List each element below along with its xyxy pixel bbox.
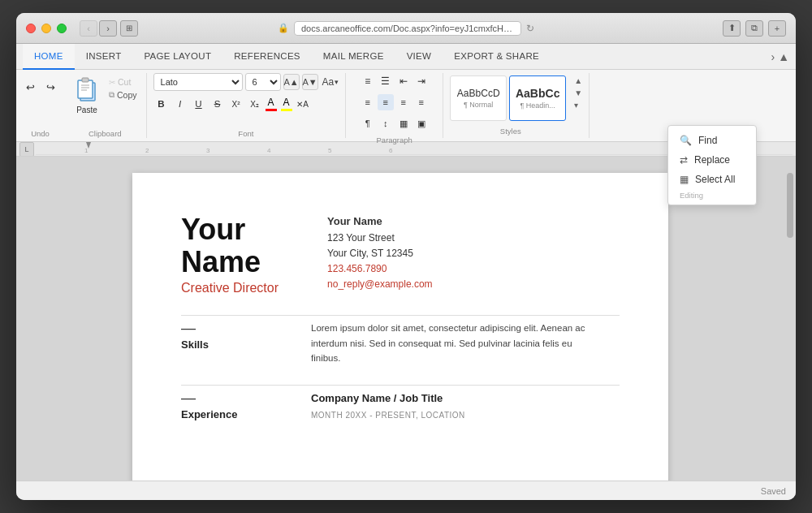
tab-references[interactable]: REFERENCES xyxy=(222,44,312,70)
app-window: ‹ › ⊞ 🔒 docs.arcaneoffice.com/Doc.aspx?i… xyxy=(16,13,796,500)
underline-button[interactable]: U xyxy=(191,96,207,112)
cut-button[interactable]: ✂ Cut xyxy=(106,76,140,88)
style-normal[interactable]: AaBbCcD ¶ Normal xyxy=(450,75,507,121)
subscript-button[interactable]: X₂ xyxy=(247,96,263,112)
styles-group: AaBbCcD ¶ Normal AaBbCc ¶ Headin... Styl… xyxy=(443,73,590,138)
para-row3: ¶ ↕ ▦ ▣ xyxy=(360,115,430,131)
bullet-list-button[interactable]: ≡ xyxy=(360,73,376,89)
font-color-button[interactable]: A xyxy=(266,97,277,111)
align-justify-button[interactable]: ≡ xyxy=(413,94,430,110)
font-family-select[interactable]: Lato xyxy=(153,73,243,91)
style-normal-label: ¶ Normal xyxy=(464,101,493,109)
minimize-button[interactable] xyxy=(41,24,51,33)
fullscreen-button[interactable]: ⧉ xyxy=(745,20,763,37)
undo-row: ↩ ↪ xyxy=(21,78,59,96)
borders-button[interactable]: ▣ xyxy=(413,115,430,131)
maximize-button[interactable] xyxy=(57,24,67,33)
clipboard-group: Paste ✂ Cut ⧉ Copy Clipboard xyxy=(64,73,147,138)
titlebar-center: 🔒 docs.arcaneoffice.com/Doc.aspx?info=ey… xyxy=(278,21,534,36)
share-button[interactable]: ⬆ xyxy=(723,20,741,37)
tab-page-layout[interactable]: PAGE LAYOUT xyxy=(132,44,222,70)
ruler-toggle[interactable]: L xyxy=(19,142,34,157)
line-spacing-button[interactable]: ↕ xyxy=(378,115,394,131)
undo-section: ↩ ↪ Undo xyxy=(16,73,64,138)
clear-format-button[interactable]: ✕A xyxy=(295,96,311,112)
indent-button[interactable]: ⇥ xyxy=(413,73,430,89)
outdent-button[interactable]: ⇤ xyxy=(395,73,412,89)
italic-button[interactable]: I xyxy=(172,96,188,112)
close-button[interactable] xyxy=(26,24,36,33)
scrollbar[interactable] xyxy=(784,157,796,481)
back-button[interactable]: ‹ xyxy=(80,20,97,37)
new-tab-button[interactable]: + xyxy=(768,20,786,37)
font-row1: Lato 6 A▲ A▼ Aa ▾ xyxy=(153,73,339,91)
tab-insert[interactable]: INSERT xyxy=(75,44,133,70)
tab-home[interactable]: HOME xyxy=(23,44,75,70)
style-heading[interactable]: AaBbCc ¶ Headin... xyxy=(509,75,566,121)
para-row1: ≡ ☰ ⇤ ⇥ xyxy=(360,73,430,89)
forward-button[interactable]: › xyxy=(99,20,117,37)
strikethrough-button[interactable]: S xyxy=(209,96,226,112)
align-center-button[interactable]: ≡ xyxy=(378,94,394,110)
font-label: Font xyxy=(238,127,253,138)
align-right-button[interactable]: ≡ xyxy=(395,94,412,110)
ribbon-content: ↩ ↪ Undo xyxy=(16,70,796,141)
tab-view[interactable]: VIEW xyxy=(395,44,443,70)
titlebar-right: ⬆ ⧉ + xyxy=(723,20,786,37)
font-increase-button[interactable]: A▲ xyxy=(283,74,300,90)
name-line2: Name xyxy=(181,246,279,278)
styles-scroll: ▲ ▼ ▾ xyxy=(574,73,582,110)
style-heading-label: ¶ Headin... xyxy=(520,101,555,110)
bold-button[interactable]: B xyxy=(153,96,170,112)
contact-phone: 123.456.7890 xyxy=(327,261,433,277)
select-all-button[interactable]: ▦ Select All xyxy=(672,170,753,189)
ribbon-collapse-button[interactable]: ▲ xyxy=(778,50,789,63)
tab-mail-merge[interactable]: MAIL MERGE xyxy=(312,44,395,70)
styles-scroll-down[interactable]: ▼ xyxy=(574,88,582,97)
traffic-lights xyxy=(26,24,67,33)
job-title: Creative Director xyxy=(181,281,279,295)
replace-icon: ⇄ xyxy=(680,154,688,166)
styles-expand[interactable]: ▾ xyxy=(574,101,582,110)
copy-label: Copy xyxy=(117,90,137,100)
paragraph-group: ≡ ☰ ⇤ ⇥ ≡ ≡ ≡ ≡ ¶ ↕ ▦ ▣ xyxy=(346,73,443,138)
copy-button[interactable]: ⧉ Copy xyxy=(106,89,140,101)
align-left-button[interactable]: ≡ xyxy=(360,94,376,110)
highlight-color-button[interactable]: A xyxy=(281,97,292,111)
editing-popup: 🔍 Find ⇄ Replace ▦ Select All Editing xyxy=(667,125,757,205)
svg-text:3: 3 xyxy=(206,147,210,154)
style-normal-preview: AaBbCcD xyxy=(457,88,500,99)
shading-button[interactable]: ▦ xyxy=(395,115,412,131)
experience-right: Company Name / Job Title MONTH 20XX - PR… xyxy=(311,390,465,422)
font-group: Lato 6 A▲ A▼ Aa ▾ B I U S X² xyxy=(147,73,347,138)
redo-button[interactable]: ↪ xyxy=(41,78,59,96)
find-button[interactable]: 🔍 Find xyxy=(672,131,753,150)
url-bar[interactable]: docs.arcaneoffice.com/Doc.aspx?info=eyJ1… xyxy=(294,21,521,36)
font-case-button[interactable]: Aa ▾ xyxy=(322,76,339,88)
select-all-icon: ▦ xyxy=(680,174,689,185)
experience-left: — Experience xyxy=(181,390,262,422)
replace-button[interactable]: ⇄ Replace xyxy=(672,150,753,170)
paste-icon xyxy=(74,75,100,106)
numbered-list-button[interactable]: ☰ xyxy=(378,73,394,89)
styles-scroll-up[interactable]: ▲ xyxy=(574,76,582,85)
name-line1: Your xyxy=(181,213,279,246)
clipboard-label: Clipboard xyxy=(89,127,122,138)
window-view-button[interactable]: ⊞ xyxy=(120,20,138,37)
experience-section: — Experience Company Name / Job Title MO… xyxy=(181,385,620,422)
scrollbar-thumb[interactable] xyxy=(787,173,793,238)
undo-button[interactable]: ↩ xyxy=(21,78,39,96)
skills-section: — Skills Lorem ipsum dolor sit amet, con… xyxy=(181,315,620,365)
styles-row: AaBbCcD ¶ Normal AaBbCc ¶ Headin... xyxy=(450,75,571,121)
paste-button[interactable]: Paste xyxy=(71,73,103,116)
tab-export-share[interactable]: EXPORT & SHARE xyxy=(443,44,551,70)
svg-text:4: 4 xyxy=(267,147,271,154)
font-size-select[interactable]: 6 xyxy=(245,73,281,91)
font-content: Lato 6 A▲ A▼ Aa ▾ B I U S X² xyxy=(153,73,339,127)
font-decrease-button[interactable]: A▼ xyxy=(302,74,318,90)
skills-text: Lorem ipsum dolor sit amet, consectetur … xyxy=(311,323,585,363)
show-marks-button[interactable]: ¶ xyxy=(360,115,376,131)
superscript-button[interactable]: X² xyxy=(228,96,244,112)
ribbon-next-icon[interactable]: › xyxy=(771,50,775,63)
refresh-button[interactable]: ↻ xyxy=(526,23,534,34)
